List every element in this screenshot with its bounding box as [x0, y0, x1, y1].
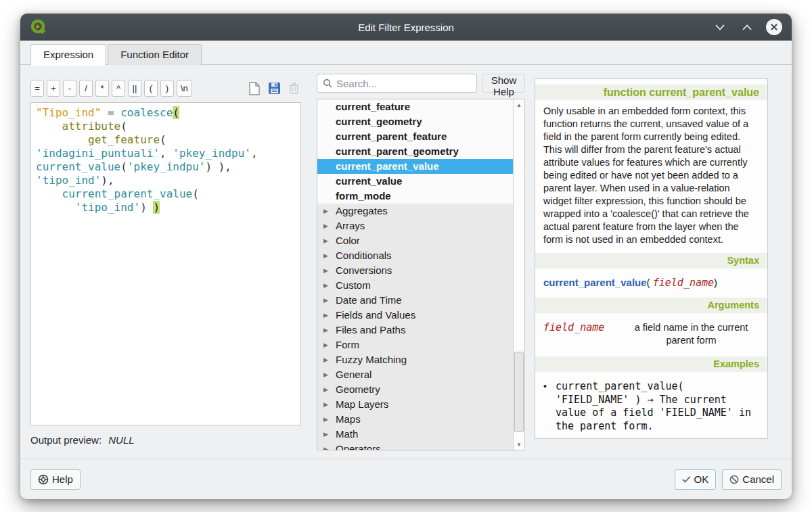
expand-arrow-icon: ▶ [323, 352, 336, 367]
arguments-list: field_namea field name in the current pa… [543, 321, 759, 347]
tabbar: Expression Function Editor [20, 41, 792, 65]
operator-button--[interactable]: - [63, 80, 76, 97]
function-search-box[interactable] [317, 74, 477, 93]
category-item-conversions[interactable]: ▶Conversions [317, 263, 513, 278]
category-item-form[interactable]: ▶Form [317, 338, 513, 352]
expand-arrow-icon: ▶ [323, 263, 336, 278]
examples-header: Examples [535, 356, 767, 372]
category-item-geometry[interactable]: ▶Geometry [317, 382, 513, 397]
dialog-footer: Help OK Cancel [20, 459, 792, 499]
category-item-color[interactable]: ▶Color [317, 233, 513, 248]
save-icon [268, 82, 281, 95]
trash-icon [288, 82, 300, 95]
delete-expression-button [286, 81, 301, 96]
function-item-form_mode[interactable]: form_mode [317, 189, 513, 204]
examples-list: •current_parent_value( 'FIELD_NAME' ) → … [543, 380, 759, 433]
operator-button-+[interactable]: + [47, 80, 60, 97]
operator-button-*[interactable]: * [95, 80, 109, 97]
blank-page-icon [248, 82, 261, 95]
category-item-map-layers[interactable]: ▶Map Layers [317, 397, 513, 412]
shade-window-button[interactable] [712, 19, 728, 35]
function-item-current_value[interactable]: current_value [317, 174, 513, 189]
function-help-panel: function current_parent_value Only usabl… [535, 78, 768, 439]
function-list-scrollbar[interactable]: ▲ ▼ [513, 99, 524, 450]
ok-button[interactable]: OK [675, 469, 717, 490]
category-item-maps[interactable]: ▶Maps [317, 412, 513, 427]
search-input[interactable] [336, 78, 471, 89]
operator-button-)[interactable]: ) [160, 80, 174, 97]
search-icon [323, 78, 332, 88]
category-item-aggregates[interactable]: ▶Aggregates [317, 204, 513, 218]
expand-arrow-icon: ▶ [323, 442, 336, 450]
expand-arrow-icon: ▶ [323, 427, 336, 442]
window-title: Edit Filter Expression [20, 22, 792, 33]
expand-arrow-icon: ▶ [323, 367, 336, 382]
expression-code-editor[interactable]: "Tipo_ind" = coalesce( attribute( get_fe… [30, 102, 301, 425]
category-item-operators[interactable]: ▶Operators [317, 442, 513, 450]
expand-arrow-icon: ▶ [323, 278, 336, 293]
expand-arrow-icon: ▶ [323, 308, 336, 323]
edit-filter-expression-dialog: Edit Filter Expression Expression Functi… [20, 14, 792, 499]
cancel-button[interactable]: Cancel [722, 469, 782, 490]
scroll-down-icon[interactable]: ▼ [514, 439, 524, 450]
operator-button-/[interactable]: / [79, 80, 93, 97]
checkmark-icon [682, 475, 691, 483]
save-expression-button[interactable] [267, 81, 281, 96]
help-title: function current_parent_value [535, 85, 767, 100]
category-item-fuzzy-matching[interactable]: ▶Fuzzy Matching [317, 352, 513, 367]
help-button[interactable]: Help [30, 469, 81, 490]
expand-arrow-icon: ▶ [323, 338, 336, 352]
function-item-current_geometry[interactable]: current_geometry [317, 114, 513, 129]
category-item-date-and-time[interactable]: ▶Date and Time [317, 293, 513, 308]
function-item-current_feature[interactable]: current_feature [317, 99, 513, 114]
function-item-current_parent_geometry[interactable]: current_parent_geometry [317, 144, 513, 159]
expand-arrow-icon: ▶ [323, 382, 336, 397]
scroll-up-icon[interactable]: ▲ [514, 99, 524, 110]
help-description: Only usable in an embedded form context,… [543, 105, 759, 246]
example-item: •current_parent_value( 'FIELD_NAME' ) → … [543, 380, 759, 433]
operator-button-^[interactable]: ^ [112, 80, 125, 97]
category-item-general[interactable]: ▶General [317, 367, 513, 382]
function-list: current_featurecurrent_geometrycurrent_p… [317, 99, 525, 450]
expand-arrow-icon: ▶ [323, 248, 336, 263]
output-preview-label: Output preview: [30, 434, 102, 446]
expand-arrow-icon: ▶ [323, 233, 336, 248]
close-window-button[interactable] [766, 19, 782, 35]
show-help-button[interactable]: Show Help [482, 74, 525, 93]
category-item-math[interactable]: ▶Math [317, 427, 513, 442]
tab-function-editor[interactable]: Function Editor [108, 44, 202, 65]
expand-arrow-icon: ▶ [323, 204, 336, 218]
function-item-current_parent_value[interactable]: current_parent_value [317, 159, 513, 174]
expand-arrow-icon: ▶ [323, 293, 336, 308]
argument-row: field_namea field name in the current pa… [543, 321, 759, 347]
category-item-conditionals[interactable]: ▶Conditionals [317, 248, 513, 263]
syntax-header: Syntax [535, 253, 767, 269]
operator-toolbar: =+-/*^||()\n [30, 80, 301, 97]
function-item-current_parent_feature[interactable]: current_parent_feature [317, 129, 513, 144]
output-preview-value: NULL [108, 434, 134, 446]
category-item-arrays[interactable]: ▶Arrays [317, 218, 513, 233]
tab-expression[interactable]: Expression [30, 44, 106, 66]
close-icon [770, 23, 778, 31]
scrollbar-thumb[interactable] [514, 352, 524, 432]
circle-slash-icon [729, 475, 739, 484]
arguments-header: Arguments [535, 298, 767, 313]
category-item-files-and-paths[interactable]: ▶Files and Paths [317, 323, 513, 338]
syntax-line: current_parent_value( field_name) [543, 276, 759, 289]
category-item-custom[interactable]: ▶Custom [317, 278, 513, 293]
operator-button-=[interactable]: = [30, 80, 44, 97]
titlebar[interactable]: Edit Filter Expression [20, 14, 792, 41]
expand-arrow-icon: ▶ [323, 397, 336, 412]
expand-arrow-icon: ▶ [323, 412, 336, 427]
new-expression-button[interactable] [247, 81, 262, 96]
life-buoy-icon [38, 474, 49, 485]
operator-button-([interactable]: ( [144, 80, 158, 97]
operator-button-\n[interactable]: \n [177, 80, 192, 97]
category-item-fields-and-values[interactable]: ▶Fields and Values [317, 308, 513, 323]
expand-arrow-icon: ▶ [323, 323, 336, 338]
expand-arrow-icon: ▶ [323, 218, 336, 233]
maximize-window-button[interactable] [739, 19, 755, 35]
output-preview: Output preview: NULL [30, 434, 301, 446]
operator-button-||[interactable]: || [128, 80, 141, 97]
